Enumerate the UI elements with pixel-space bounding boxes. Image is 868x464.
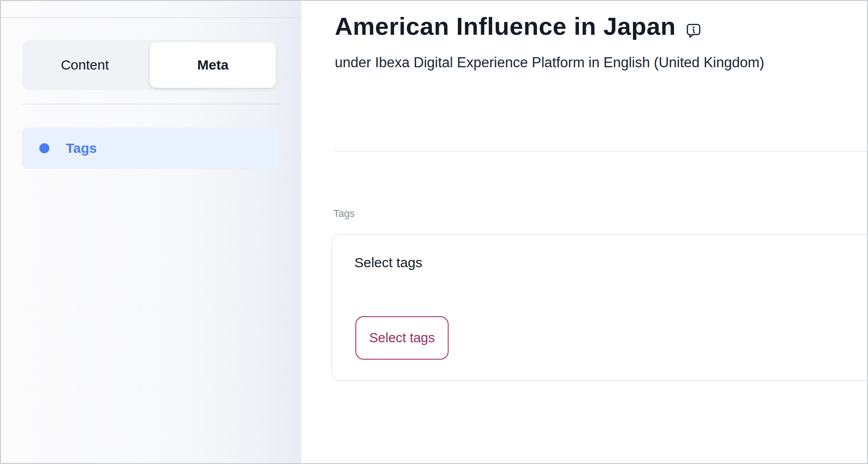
header-divider <box>335 151 867 151</box>
content-edit-window: { "sidebar": { "tabs": [ { "label": "Con… <box>0 0 868 464</box>
anchor-sidebar: Content Meta Tags <box>1 1 301 463</box>
tab-content[interactable]: Content <box>22 40 148 90</box>
tags-field-group: Select tags Select tags <box>332 234 867 381</box>
info-tooltip-icon[interactable] <box>686 23 702 38</box>
location-subtitle: under Ibexa Digital Experience Platform … <box>335 54 764 71</box>
active-dot-icon <box>39 143 49 153</box>
title-row: American Influence in Japan <box>335 12 858 40</box>
content-meta-tab-toggle: Content Meta <box>22 40 278 90</box>
sidebar-top-divider <box>1 17 301 18</box>
tab-meta[interactable]: Meta <box>150 42 276 88</box>
select-tags-label: Select tags <box>354 255 422 270</box>
page-title: American Influence in Japan <box>335 12 676 40</box>
edit-main-area: American Influence in Japan under Ibexa … <box>301 1 867 463</box>
sidebar-item-label: Tags <box>66 140 97 156</box>
sidebar-divider <box>22 104 280 104</box>
tags-field-label: Tags <box>333 208 354 220</box>
select-tags-button[interactable]: Select tags <box>355 316 449 360</box>
sidebar-item-tags[interactable]: Tags <box>22 128 279 169</box>
